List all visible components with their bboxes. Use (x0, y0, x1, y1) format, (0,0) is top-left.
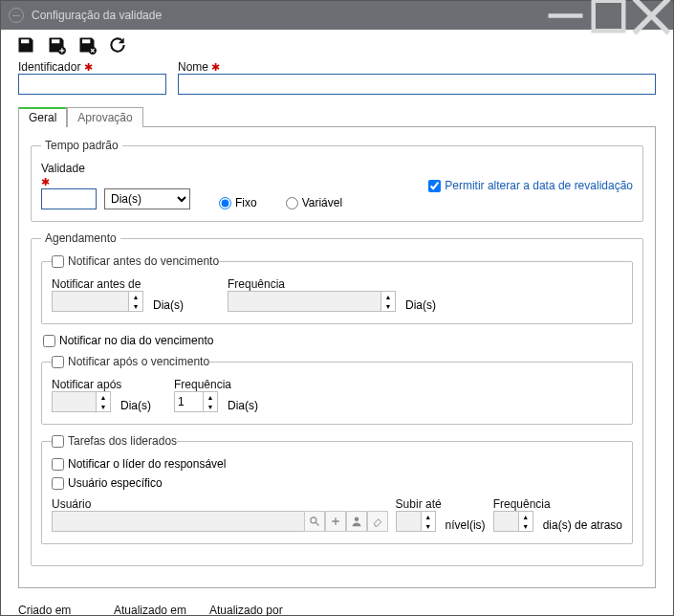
check-notificar-antes[interactable] (52, 255, 64, 268)
check-tarefas-liderados[interactable] (52, 435, 64, 448)
validade-unit-select[interactable]: Dia(s) (104, 188, 190, 209)
spin-frequencia-apos[interactable]: ▲▼ (174, 391, 218, 412)
required-mark: ✱ (41, 176, 50, 187)
group-tempo-padrao: Tempo padrão Validade ✱ Dia(s) Fixo Vari… (31, 139, 643, 222)
criado-em-label: Criado em (18, 604, 104, 616)
spin-subir-ate: ▲▼ (396, 511, 436, 532)
group-notificar-apos: Notificar após o vencimento Notificar ap… (41, 355, 633, 425)
unit-dias: Dia(s) (120, 399, 151, 412)
tab-geral[interactable]: Geral (18, 107, 67, 127)
spin-down-icon: ▼ (422, 521, 435, 531)
check-permitir-revalidacao[interactable]: Permitir alterar a data de revalidação (428, 179, 633, 192)
unit-dias-atraso: dia(s) de atraso (543, 518, 622, 532)
spin-frequencia-apos-input[interactable] (174, 391, 203, 412)
field-notificar-apos: Notificar após ▲▼ Dia(s) (52, 378, 151, 412)
group-agendamento: Agendamento Notificar antes do venciment… (31, 231, 643, 566)
radio-variavel-label: Variável (302, 196, 342, 209)
floppy-plus-icon (47, 35, 66, 55)
user-icon (351, 516, 362, 527)
field-frequencia-apos: Frequência ▲▼ Dia(s) (174, 378, 258, 412)
tempo-padrao-legend: Tempo padrão (41, 139, 122, 152)
spin-up-icon: ▲ (422, 512, 435, 521)
unit-nivel: nível(is) (446, 518, 486, 532)
titlebar: Configuração da validade (1, 1, 673, 30)
identificador-input[interactable] (18, 74, 166, 95)
app-icon (9, 8, 24, 23)
validade-input[interactable] (41, 188, 97, 209)
usuario-input (52, 511, 304, 532)
notificar-antes-de-label: Notificar antes de (52, 277, 184, 291)
save-close-button[interactable] (76, 33, 98, 56)
field-identificador: Identificador ✱ (18, 60, 166, 95)
window-title: Configuração da validade (32, 9, 544, 22)
check-tarefas-label: Tarefas dos liderados (68, 434, 177, 448)
content: Identificador ✱ Nome ✱ Geral Aprovação T… (1, 60, 673, 596)
svg-point-8 (354, 517, 359, 522)
spin-ctrl: ▲▼ (128, 291, 143, 312)
check-usuario-especifico-input[interactable] (52, 477, 64, 490)
spin-ctrl: ▲▼ (380, 291, 396, 312)
spin-ctrl[interactable]: ▲▼ (203, 391, 218, 412)
field-notificar-antes-de: Notificar antes de ▲▼ Dia(s) (52, 277, 184, 312)
spin-up-icon[interactable]: ▲ (204, 392, 217, 402)
unit-dias: Dia(s) (153, 298, 184, 312)
floppy-x-icon (77, 35, 97, 55)
spin-frequencia-atraso-input (493, 511, 518, 532)
check-notificar-lider-input[interactable] (52, 458, 64, 471)
svg-line-7 (315, 523, 318, 526)
notificar-apos-label: Notificar após (52, 378, 151, 391)
field-frequencia-antes: Frequência ▲▼ Dia(s) (228, 277, 436, 312)
atualizado-por-label: Atualizado por (209, 604, 656, 616)
usuario-add-button[interactable] (325, 511, 346, 532)
unit-dias: Dia(s) (405, 298, 436, 312)
plus-icon (330, 516, 341, 527)
radio-variavel-input[interactable] (286, 197, 298, 209)
spin-down-icon: ▼ (97, 402, 110, 411)
check-notificar-apos-label: Notificar após o vencimento (68, 355, 209, 368)
spin-notificar-antes-input (52, 291, 128, 312)
radio-fixo[interactable]: Fixo (219, 196, 257, 209)
maximize-button[interactable] (587, 1, 630, 30)
frequencia-label: Frequência (228, 277, 436, 291)
notificar-apos-legend: Notificar após o vencimento (52, 355, 209, 368)
tarefas-legend: Tarefas dos liderados (52, 434, 177, 448)
save-button[interactable] (14, 33, 37, 56)
field-usuario: Usuário (52, 497, 388, 532)
nome-label: Nome ✱ (178, 60, 656, 74)
check-notificar-apos[interactable] (52, 356, 64, 368)
spin-frequencia-antes: ▲▼ (228, 291, 396, 312)
field-atualizado-em: Atualizado em (114, 604, 200, 616)
check-notificar-no-dia[interactable]: Notificar no dia do vencimento (43, 334, 633, 347)
check-usuario-especifico[interactable]: Usuário específico (52, 476, 622, 490)
validade-label: Validade ✱ (41, 162, 97, 188)
minimize-button[interactable] (544, 1, 587, 30)
spin-notificar-apos-input (52, 391, 96, 412)
spin-up-icon: ▲ (381, 292, 395, 301)
identificador-label: Identificador ✱ (18, 60, 166, 74)
refresh-button[interactable] (106, 33, 129, 56)
radio-variavel[interactable]: Variável (286, 196, 342, 209)
close-button[interactable] (630, 1, 673, 30)
usuario-user-button[interactable] (346, 511, 367, 532)
tab-aprovacao[interactable]: Aprovação (67, 107, 142, 127)
config-window: Configuração da validade (0, 0, 674, 616)
field-subir-ate: Subir até ▲▼ nível(is) (396, 497, 486, 532)
spin-down-icon: ▼ (519, 521, 533, 531)
save-new-button[interactable] (45, 33, 68, 56)
nome-input[interactable] (178, 74, 656, 95)
check-notificar-no-dia-input[interactable] (43, 335, 55, 347)
search-icon (309, 516, 320, 527)
spin-down-icon[interactable]: ▼ (204, 402, 217, 411)
check-permitir-input[interactable] (428, 180, 441, 192)
window-buttons (544, 1, 673, 30)
check-notificar-lider-label: Notificar o líder do responsável (68, 457, 226, 471)
radio-fixo-input[interactable] (219, 197, 231, 209)
frequencia-atraso-label: Frequência (493, 497, 622, 511)
usuario-search-button[interactable] (304, 511, 325, 532)
check-notificar-lider[interactable]: Notificar o líder do responsável (52, 457, 622, 471)
usuario-clear-button[interactable] (367, 511, 388, 532)
check-notificar-antes-label: Notificar antes do vencimento (68, 254, 219, 268)
spin-frequencia-atraso: ▲▼ (493, 511, 533, 532)
spin-down-icon: ▼ (381, 301, 395, 311)
tabpage-geral: Tempo padrão Validade ✱ Dia(s) Fixo Vari… (18, 126, 656, 588)
